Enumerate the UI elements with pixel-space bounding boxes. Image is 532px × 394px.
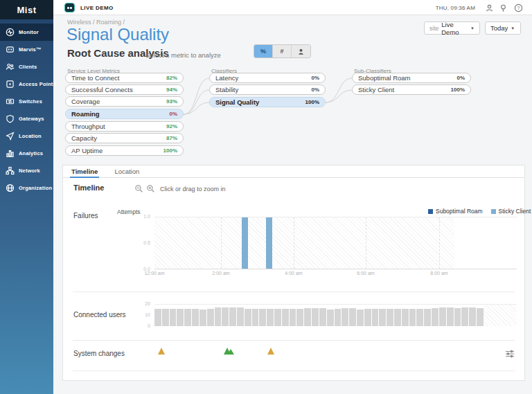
sidebar-item-network[interactable]: Network [0, 162, 53, 179]
connected-users-bar [394, 309, 401, 326]
failures-chart-plot[interactable] [154, 217, 517, 269]
double-triangle[interactable] [224, 347, 235, 355]
sidebar: Mist Monitor Marvis™ Clients Access Poin… [0, 0, 53, 394]
connected-users-bar [170, 309, 177, 326]
sidebar-item-clients[interactable]: Clients [0, 58, 53, 75]
classifier-pill-latency[interactable]: Latency0% [209, 73, 326, 83]
zoom-in-icon[interactable] [146, 183, 155, 192]
connected-users-bar [402, 309, 409, 326]
monitor-icon [6, 28, 15, 37]
xtick: 12:00 am [144, 271, 164, 276]
gridline [366, 217, 366, 269]
divider [73, 340, 515, 341]
slm-pill-successful-connects[interactable]: Successful Connects94% [65, 84, 184, 95]
sidebar-item-location[interactable]: Location [0, 127, 53, 145]
sidebar-item-marvis[interactable]: Marvis™ [0, 41, 53, 58]
failure-bar [266, 217, 272, 269]
connected-users-bar [454, 308, 461, 326]
system-changes-row-label: System changes [73, 350, 125, 357]
connected-users-bar [282, 309, 289, 326]
topbar-datetime: THU, 09:36 AM [436, 5, 475, 11]
sidebar-item-gateways[interactable]: Gateways [0, 110, 53, 127]
sidebar-item-monitor[interactable]: Monitor [0, 24, 53, 41]
filter-settings-icon[interactable] [505, 348, 515, 357]
slm-pill-throughput[interactable]: Throughput92% [65, 121, 184, 132]
connected-users-bar [192, 309, 199, 326]
slm-pill-time-to-connect[interactable]: Time to Connect82% [65, 73, 184, 83]
warning-triangle[interactable] [267, 347, 278, 355]
clients-icon [6, 62, 15, 71]
tab-timeline[interactable]: Timeline [70, 165, 99, 178]
connected-users-chart-plot[interactable] [154, 304, 517, 326]
metric-user-button[interactable] [292, 45, 310, 57]
xtick: 8:00 am [430, 271, 447, 276]
connected-users-bar [290, 309, 296, 326]
classifier-pill-stability[interactable]: Stability0% [209, 84, 326, 95]
switches-icon [6, 97, 15, 106]
connected-users-bar [387, 309, 393, 326]
topbar: LIVE DEMO THU, 09:36 AM ? [53, 0, 532, 15]
xtick: 6:00 am [357, 271, 374, 276]
slm-pill-coverage[interactable]: Coverage93% [65, 96, 184, 107]
sidebar-item-access-points[interactable]: Access Points [0, 75, 53, 93]
sidebar-item-switches[interactable]: Switches [0, 93, 53, 110]
sidebar-item-analytics[interactable]: Analytics [0, 145, 53, 162]
slm-pill-ap-uptime[interactable]: AP Uptime100% [65, 145, 184, 156]
connected-users-bars [154, 305, 484, 326]
subclassifier-pill-suboptimal-roam[interactable]: Suboptimal Roam0% [352, 73, 471, 83]
root-cause-analysis-subtitle: Select a metric to analyze [145, 51, 221, 59]
metric-percent-button[interactable]: % [254, 45, 273, 57]
access-points-icon [6, 80, 15, 89]
connected-users-bar [335, 309, 342, 326]
legend-swatch-suboptimal-roam [428, 209, 433, 214]
zoom-out-icon[interactable] [134, 183, 143, 192]
user-icon[interactable] [485, 3, 495, 12]
slm-pill-capacity[interactable]: Capacity87% [65, 133, 184, 143]
mist-logo: Mist [0, 0, 53, 19]
failures-ytick: 0.5 [131, 240, 150, 246]
connected-users-bar [184, 309, 191, 326]
panel-tabs: Timeline Location [63, 165, 524, 178]
metric-count-button[interactable]: # [273, 45, 292, 57]
help-icon[interactable]: ? [514, 3, 524, 12]
connected-users-bar [372, 309, 379, 326]
connected-users-bar [312, 308, 319, 326]
slm-pill-roaming[interactable]: Roaming0% [65, 109, 184, 119]
marvis-chip-icon[interactable] [64, 3, 75, 12]
legend-swatch-sticky-client [491, 209, 496, 214]
site-selector-button[interactable]: site Live Demo ▼ [424, 21, 480, 35]
connected-users-bar [274, 309, 281, 326]
cu-ytick: 20 [131, 301, 150, 307]
connected-users-bar [416, 309, 423, 326]
network-icon [6, 166, 15, 175]
failure-bar [242, 217, 248, 269]
legend-suboptimal-roam: Suboptimal Roam [428, 208, 483, 215]
tab-location[interactable]: Location [113, 165, 141, 177]
connected-users-bar [432, 308, 438, 326]
connected-users-no-data-hatch [484, 305, 517, 326]
divider [73, 370, 515, 371]
sidebar-item-organization[interactable]: Organization [0, 179, 53, 197]
connected-users-bar [364, 309, 371, 326]
connected-users-bar [237, 307, 244, 326]
app-window: Mist Monitor Marvis™ Clients Access Poin… [0, 0, 532, 394]
date-range-button[interactable]: Today ▼ [485, 21, 521, 35]
zoom-hint-text: Click or drag to zoom in [160, 186, 226, 192]
failures-row-label: Failures [73, 212, 98, 220]
page-title: Signal Quality [66, 25, 169, 44]
timeline-heading: Timeline [73, 183, 104, 192]
warning-triangle[interactable] [158, 347, 169, 355]
svg-text:?: ? [517, 6, 520, 10]
bulb-icon[interactable] [499, 3, 508, 12]
subclassifier-pill-sticky-client[interactable]: Sticky Client100% [352, 84, 471, 95]
connected-users-bar [439, 307, 446, 326]
connected-users-row-label: Connected users [73, 311, 126, 319]
connected-users-bar [207, 309, 214, 326]
classifier-pill-signal-quality[interactable]: Signal Quality100% [209, 97, 326, 107]
gridline [294, 217, 294, 269]
date-range-value: Today [490, 24, 508, 32]
marvis-icon [6, 45, 15, 54]
connected-users-bar [252, 309, 259, 326]
connected-users-bar [469, 307, 476, 326]
connected-users-bar [461, 307, 468, 326]
